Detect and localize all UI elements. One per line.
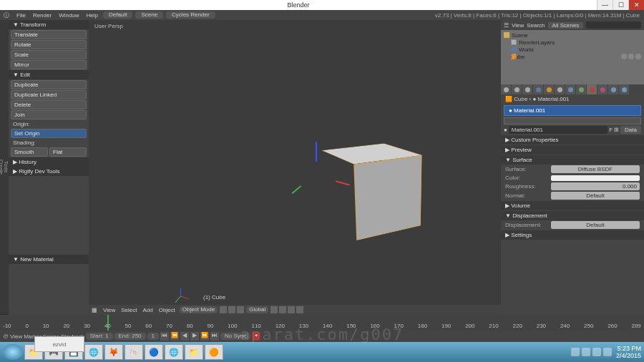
tray-icon[interactable] — [582, 348, 590, 356]
keyframe-prev-icon[interactable]: ⏪ — [170, 332, 179, 341]
taskbar-app-icon[interactable]: 🐚 — [125, 344, 143, 360]
renderable-icon[interactable] — [635, 54, 641, 59]
taskbar-app-icon[interactable]: 🔵 — [145, 344, 163, 360]
shade-flat-button[interactable]: Flat — [49, 147, 87, 157]
displacement-dropdown[interactable]: Default — [551, 221, 640, 229]
taskbar-app-icon[interactable]: 🦊 — [104, 344, 123, 360]
system-tray[interactable] — [571, 348, 612, 356]
snap-icon[interactable] — [288, 306, 295, 313]
normal-dropdown[interactable]: Default — [551, 192, 640, 200]
outliner-search-menu[interactable]: Search — [527, 22, 545, 29]
rigify-header[interactable]: ▶ Rigify Dev Tools — [9, 167, 89, 176]
tray-icon[interactable] — [571, 348, 580, 356]
orientation-dropdown[interactable]: Global — [246, 306, 268, 313]
timeline-track[interactable]: -100102030405060708090100110120130140150… — [0, 315, 644, 331]
tray-icon[interactable] — [592, 348, 601, 356]
outliner-search-input[interactable] — [586, 21, 641, 29]
shade-smooth-button[interactable]: Smooth — [11, 147, 48, 157]
outliner-filter-dropdown[interactable]: All Scenes — [548, 22, 584, 29]
mirror-button[interactable]: Mirror — [11, 60, 87, 69]
visibility-icon[interactable] — [621, 54, 627, 59]
menu-window[interactable]: Window — [55, 12, 82, 19]
render-engine-dropdown[interactable]: Cycles Render — [166, 11, 215, 19]
tab-world[interactable] — [533, 84, 543, 94]
default-cube[interactable] — [336, 152, 464, 281]
edit-header[interactable]: ▼ Edit — [9, 70, 89, 79]
tab-render[interactable] — [501, 84, 511, 94]
outliner-world[interactable]: World — [501, 46, 644, 53]
selectable-icon[interactable] — [628, 54, 634, 59]
keyframe-next-icon[interactable]: ⏩ — [200, 332, 209, 341]
tl-menu-view[interactable]: View — [10, 333, 22, 340]
tab-scene[interactable] — [522, 84, 532, 94]
vp-menu-object[interactable]: Object — [156, 307, 178, 313]
start-frame-input[interactable]: Start: 1 — [86, 333, 113, 340]
set-origin-button[interactable]: Set Origin — [11, 129, 87, 138]
play-icon[interactable]: ▶ — [190, 332, 199, 341]
menu-help[interactable]: Help — [83, 12, 102, 19]
tab-particles[interactable] — [608, 84, 618, 94]
outliner-scene[interactable]: Scene — [501, 31, 644, 39]
taskbar-app-icon[interactable]: 🌐 — [84, 344, 103, 360]
outliner-view-menu[interactable]: View — [512, 22, 524, 29]
render-preview-icon[interactable] — [296, 306, 303, 313]
tab-texture[interactable] — [597, 84, 608, 94]
tab-create[interactable]: Create — [0, 20, 4, 315]
shading-mode-icon[interactable] — [220, 306, 227, 313]
sync-dropdown[interactable]: No Sync — [220, 333, 250, 340]
mode-dropdown[interactable]: Object Mode — [180, 306, 218, 313]
section-surface[interactable]: ▼ Surface — [501, 155, 644, 165]
tab-renderlayers[interactable] — [512, 84, 522, 94]
vp-menu-select[interactable]: Select — [118, 307, 140, 313]
screen-layout-dropdown[interactable]: Default — [103, 11, 132, 19]
transform-header[interactable]: ▼ Transform — [9, 20, 89, 29]
section-settings[interactable]: ▶ Settings — [501, 230, 644, 240]
window-maximize-button[interactable]: ☐ — [613, 0, 628, 10]
section-preview[interactable]: ▶ Preview — [501, 145, 644, 155]
fake-user-icon[interactable]: F — [609, 127, 613, 133]
autokey-icon[interactable]: ● — [252, 332, 260, 341]
system-clock[interactable]: 5:23 PM 2/4/2015 — [616, 345, 641, 359]
tab-object[interactable] — [544, 84, 554, 94]
tab-material[interactable] — [587, 84, 597, 94]
outliner-editor-type-icon[interactable]: ☰ — [504, 22, 509, 29]
taskbar-blender-icon[interactable]: 🟠 — [205, 344, 223, 360]
jump-start-icon[interactable]: ⏮ — [160, 332, 169, 341]
material-link-dropdown[interactable]: Data — [620, 126, 641, 134]
tab-tools[interactable]: Tools — [4, 20, 9, 315]
pivot-icon[interactable] — [228, 306, 235, 313]
last-operator-header[interactable]: ▼ New Material — [9, 255, 89, 264]
history-header[interactable]: ▶ History — [9, 157, 89, 167]
duplicate-linked-button[interactable]: Duplicate Linked — [11, 90, 87, 99]
delete-button[interactable]: Delete — [11, 100, 87, 109]
tab-modifiers[interactable] — [565, 84, 575, 94]
3d-viewport[interactable]: User Persp (1) Cube ▦ View Select Add Ob… — [89, 20, 501, 315]
join-button[interactable]: Join — [11, 110, 87, 119]
window-close-button[interactable]: ✕ — [628, 0, 644, 10]
duplicate-button[interactable]: Duplicate — [11, 80, 87, 89]
gizmo-y-axis[interactable] — [291, 185, 301, 194]
layers-icon[interactable] — [270, 306, 278, 313]
current-frame-input[interactable]: 1 — [147, 333, 159, 340]
gizmo-z-axis[interactable] — [316, 142, 317, 162]
taskbar-app-icon[interactable]: 📁 — [185, 344, 203, 360]
tab-physics[interactable] — [619, 84, 629, 94]
material-slot[interactable]: ● Material.001 — [504, 105, 641, 116]
timeline-editor-type-icon[interactable]: ⏱ — [3, 333, 9, 340]
jump-end-icon[interactable]: ⏭ — [210, 332, 219, 341]
tray-icon[interactable] — [603, 348, 612, 356]
section-displacement[interactable]: ▼ Displacement — [501, 211, 644, 220]
surface-shader-dropdown[interactable]: Diffuse BSDF — [551, 165, 640, 173]
tab-constraints[interactable] — [555, 84, 565, 94]
menu-render[interactable]: Render — [29, 12, 55, 19]
material-browse-icon[interactable]: ● — [504, 127, 507, 133]
nodes-icon[interactable]: ⊞ — [614, 127, 619, 133]
layers-icon[interactable] — [279, 306, 286, 313]
section-volume[interactable]: ▶ Volume — [501, 201, 644, 210]
start-button[interactable] — [3, 344, 23, 360]
tab-data[interactable] — [576, 84, 586, 94]
vp-menu-view[interactable]: View — [100, 307, 118, 313]
window-minimize-button[interactable]: — — [597, 0, 613, 10]
material-name-input[interactable]: Material.001 — [509, 126, 608, 134]
scale-button[interactable]: Scale — [11, 50, 87, 59]
